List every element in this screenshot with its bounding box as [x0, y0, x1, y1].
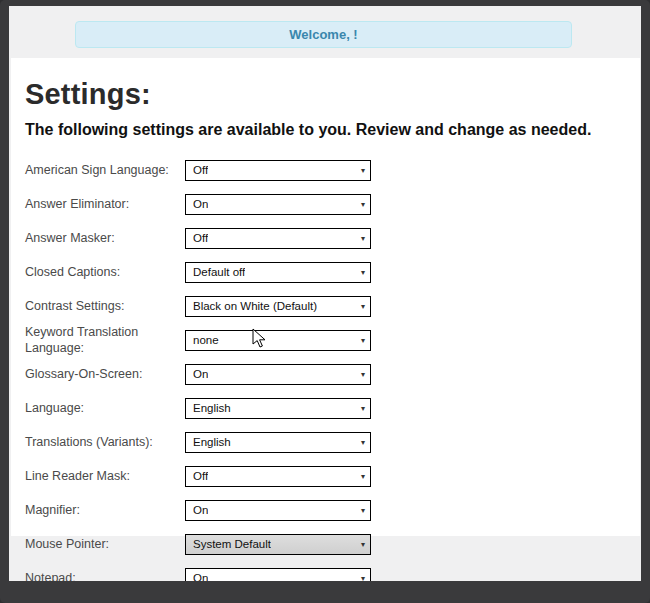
magnifier-select[interactable]: On ▾	[185, 500, 371, 521]
setting-row-answer-masker: Answer Masker: Off ▾	[17, 221, 640, 255]
setting-row-notepad: Notepad: On ▾	[17, 561, 640, 581]
chevron-down-icon: ▾	[361, 268, 365, 277]
line-reader-mask-select[interactable]: Off ▾	[185, 466, 371, 487]
chevron-down-icon: ▾	[361, 370, 365, 379]
setting-label: Glossary-On-Screen:	[25, 366, 185, 382]
select-value: none	[193, 334, 219, 346]
setting-row-contrast-settings: Contrast Settings: Black on White (Defau…	[17, 289, 640, 323]
keyword-translation-language-select[interactable]: none ▾	[185, 330, 371, 351]
setting-row-mouse-pointer: Mouse Pointer: System Default ▾	[17, 527, 640, 561]
settings-list: American Sign Language: Off ▾ Answer Eli…	[17, 153, 640, 581]
select-value: English	[193, 436, 231, 448]
select-value: Off	[193, 232, 208, 244]
page-title: Settings:	[25, 78, 640, 111]
mouse-pointer-select[interactable]: System Default ▾	[185, 534, 371, 555]
setting-label: Closed Captions:	[25, 264, 185, 280]
chevron-down-icon: ▾	[361, 200, 365, 209]
chevron-down-icon: ▾	[361, 472, 365, 481]
setting-label: Translations (Variants):	[25, 434, 185, 450]
setting-label: Language:	[25, 400, 185, 416]
select-value: On	[193, 504, 208, 516]
welcome-text: Welcome, !	[289, 27, 357, 42]
contrast-settings-select[interactable]: Black on White (Default) ▾	[185, 296, 371, 317]
closed-captions-select[interactable]: Default off ▾	[185, 262, 371, 283]
select-value: English	[193, 402, 231, 414]
chevron-down-icon: ▾	[361, 574, 365, 582]
setting-row-line-reader-mask: Line Reader Mask: Off ▾	[17, 459, 640, 493]
glossary-on-screen-select[interactable]: On ▾	[185, 364, 371, 385]
answer-eliminator-select[interactable]: On ▾	[185, 194, 371, 215]
select-value: Off	[193, 470, 208, 482]
setting-label: Answer Eliminator:	[25, 196, 185, 212]
chevron-down-icon: ▾	[361, 302, 365, 311]
language-select[interactable]: English ▾	[185, 398, 371, 419]
setting-label: American Sign Language:	[25, 162, 185, 178]
chevron-down-icon: ▾	[361, 404, 365, 413]
setting-label: Contrast Settings:	[25, 298, 185, 314]
chevron-down-icon: ▾	[361, 506, 365, 515]
notepad-select[interactable]: On ▾	[185, 568, 371, 582]
select-value: System Default	[193, 538, 271, 550]
setting-row-glossary-on-screen: Glossary-On-Screen: On ▾	[17, 357, 640, 391]
welcome-banner: Welcome, !	[75, 21, 572, 48]
setting-label: Keyword Translation Language:	[25, 324, 185, 357]
setting-label: Answer Masker:	[25, 230, 185, 246]
page-subtitle: The following settings are available to …	[25, 121, 640, 139]
setting-row-closed-captions: Closed Captions: Default off ▾	[17, 255, 640, 289]
select-value: Off	[193, 164, 208, 176]
setting-label: Line Reader Mask:	[25, 468, 185, 484]
answer-masker-select[interactable]: Off ▾	[185, 228, 371, 249]
setting-row-magnifier: Magnifier: On ▾	[17, 493, 640, 527]
setting-row-keyword-translation-language: Keyword Translation Language: none ▾	[17, 323, 640, 357]
chevron-down-icon: ▾	[361, 234, 365, 243]
select-value: On	[193, 368, 208, 380]
setting-row-translations-variants: Translations (Variants): English ▾	[17, 425, 640, 459]
american-sign-language-select[interactable]: Off ▾	[185, 160, 371, 181]
select-value: On	[193, 572, 208, 581]
translations-variants-select[interactable]: English ▾	[185, 432, 371, 453]
setting-label: Notepad:	[25, 570, 185, 581]
setting-label: Magnifier:	[25, 502, 185, 518]
select-value: On	[193, 198, 208, 210]
chevron-down-icon: ▾	[361, 336, 365, 345]
app-window: Welcome, ! Settings: The following setti…	[0, 0, 650, 603]
setting-row-answer-eliminator: Answer Eliminator: On ▾	[17, 187, 640, 221]
settings-card: Settings: The following settings are ava…	[11, 58, 640, 581]
select-value: Default off	[193, 266, 245, 278]
settings-page: Welcome, ! Settings: The following setti…	[9, 6, 641, 581]
chevron-down-icon: ▾	[361, 540, 365, 549]
setting-row-american-sign-language: American Sign Language: Off ▾	[17, 153, 640, 187]
chevron-down-icon: ▾	[361, 438, 365, 447]
chevron-down-icon: ▾	[361, 166, 365, 175]
setting-row-language: Language: English ▾	[17, 391, 640, 425]
select-value: Black on White (Default)	[193, 300, 317, 312]
setting-label: Mouse Pointer:	[25, 536, 185, 552]
